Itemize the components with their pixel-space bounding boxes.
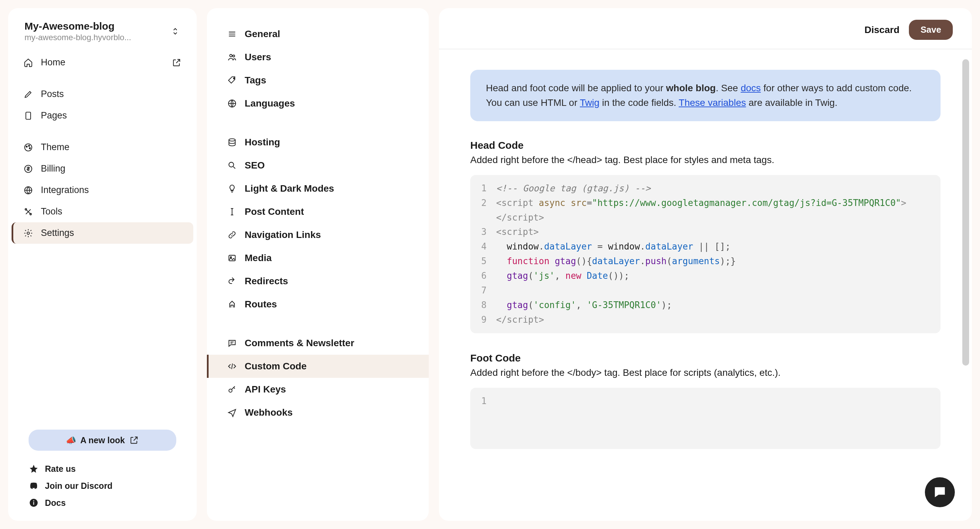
nav-home[interactable]: Home: [11, 52, 193, 73]
nav-integrations[interactable]: Integrations: [11, 179, 193, 201]
foot-code-title: Foot Code: [470, 352, 940, 364]
info-icon: [29, 498, 39, 508]
discard-button[interactable]: Discard: [865, 24, 900, 35]
nav-settings[interactable]: Settings: [11, 222, 193, 244]
svg-rect-19: [229, 255, 235, 261]
page-icon: [23, 111, 33, 121]
footer-discord[interactable]: Join our Discord: [29, 477, 176, 494]
nav-posts[interactable]: Posts: [11, 83, 193, 105]
menu-icon: [227, 29, 237, 39]
settings-nav-links[interactable]: Navigation Links: [207, 223, 429, 247]
settings-custom-code[interactable]: Custom Code: [207, 355, 429, 378]
code-icon: [227, 361, 237, 371]
gear-icon: [23, 228, 33, 238]
nav-billing[interactable]: Billing: [11, 158, 193, 179]
external-link-icon: [172, 57, 182, 68]
tag-icon: [227, 75, 237, 86]
settings-hosting[interactable]: Hosting: [207, 131, 429, 154]
svg-point-18: [229, 163, 234, 167]
footer-rate-us[interactable]: Rate us: [29, 460, 176, 477]
nav-label: Theme: [41, 142, 69, 153]
settings-label: SEO: [245, 160, 265, 171]
svg-point-17: [229, 139, 235, 141]
settings-label: Redirects: [245, 276, 288, 287]
main-header: Discard Save: [439, 8, 972, 49]
settings-label: Comments & Newsletter: [245, 338, 354, 349]
settings-comments[interactable]: Comments & Newsletter: [207, 331, 429, 355]
svg-point-4: [29, 147, 30, 149]
svg-point-14: [233, 55, 235, 57]
banner-twig-link[interactable]: Twig: [580, 97, 600, 108]
megaphone-icon: 📣: [66, 435, 76, 445]
nav-tools[interactable]: Tools: [11, 201, 193, 222]
palette-icon: [23, 142, 33, 153]
footer-docs[interactable]: Docs: [29, 494, 176, 511]
nav-pages[interactable]: Pages: [11, 105, 193, 126]
main-panel: Discard Save Head and foot code will be …: [439, 8, 972, 521]
nav-label: Settings: [41, 228, 74, 238]
footer-label: Join our Discord: [45, 481, 113, 491]
users-icon: [227, 52, 237, 62]
save-button[interactable]: Save: [909, 20, 953, 40]
nav-label: Tools: [41, 206, 62, 217]
settings-post-content[interactable]: Post Content: [207, 200, 429, 223]
settings-sidebar: General Users Tags Languages Hosting SEO…: [207, 8, 429, 521]
settings-routes[interactable]: Routes: [207, 293, 429, 316]
head-code-editor[interactable]: 1<!-- Google tag (gtag.js) -->2<script a…: [470, 175, 940, 333]
blog-selector[interactable]: My-Awesome-blog my-awesome-blog.hyvorblo…: [8, 21, 197, 52]
settings-label: Custom Code: [245, 361, 307, 372]
nav-label: Billing: [41, 163, 65, 174]
discord-icon: [29, 481, 39, 491]
nav-label: Posts: [41, 89, 64, 99]
settings-label: Hosting: [245, 137, 280, 148]
promo-new-look[interactable]: 📣 A new look: [29, 430, 176, 451]
svg-point-3: [29, 145, 30, 147]
redirect-icon: [227, 276, 237, 286]
scrollbar[interactable]: [962, 59, 969, 366]
foot-code-desc: Added right before the </body> tag. Best…: [470, 367, 940, 378]
foot-code-editor[interactable]: 1: [470, 388, 940, 449]
svg-rect-0: [26, 112, 30, 119]
settings-light-dark[interactable]: Light & Dark Modes: [207, 177, 429, 200]
settings-label: Navigation Links: [245, 229, 321, 240]
settings-tags[interactable]: Tags: [207, 69, 429, 92]
server-icon: [227, 137, 237, 147]
blog-title: My-Awesome-blog: [24, 21, 131, 32]
banner-vars-link[interactable]: These variables: [679, 97, 746, 108]
svg-point-2: [26, 146, 27, 147]
settings-languages[interactable]: Languages: [207, 92, 429, 115]
settings-webhooks[interactable]: Webhooks: [207, 401, 429, 424]
nav-label: Home: [41, 57, 65, 68]
svg-point-21: [229, 389, 232, 392]
dollar-icon: [23, 164, 33, 174]
link-icon: [227, 230, 237, 240]
main-sidebar: My-Awesome-blog my-awesome-blog.hyvorblo…: [8, 8, 197, 521]
settings-label: Users: [245, 52, 271, 63]
settings-label: Tags: [245, 75, 266, 86]
head-code-title: Head Code: [470, 140, 940, 151]
nav-theme[interactable]: Theme: [11, 137, 193, 158]
svg-point-12: [33, 500, 34, 502]
svg-point-15: [234, 78, 235, 79]
chat-bubble-icon: [932, 485, 947, 500]
blog-subdomain: my-awesome-blog.hyvorblo...: [24, 33, 131, 42]
settings-media[interactable]: Media: [207, 247, 429, 269]
settings-seo[interactable]: SEO: [207, 154, 429, 177]
settings-label: General: [245, 29, 280, 40]
cursor-icon: [227, 207, 237, 217]
banner-docs-link[interactable]: docs: [741, 83, 761, 93]
settings-label: Light & Dark Modes: [245, 183, 334, 194]
chat-fab[interactable]: [925, 477, 955, 507]
svg-point-9: [27, 232, 30, 234]
footer-label: Rate us: [45, 464, 76, 474]
nav-label: Integrations: [41, 185, 89, 195]
settings-label: Post Content: [245, 206, 304, 217]
settings-users[interactable]: Users: [207, 46, 429, 69]
settings-label: Media: [245, 253, 272, 263]
info-banner: Head and foot code will be applied to yo…: [470, 70, 940, 121]
footer-label: Docs: [45, 498, 66, 508]
settings-redirects[interactable]: Redirects: [207, 269, 429, 293]
settings-api-keys[interactable]: API Keys: [207, 378, 429, 401]
svg-point-13: [230, 54, 232, 57]
settings-general[interactable]: General: [207, 22, 429, 46]
